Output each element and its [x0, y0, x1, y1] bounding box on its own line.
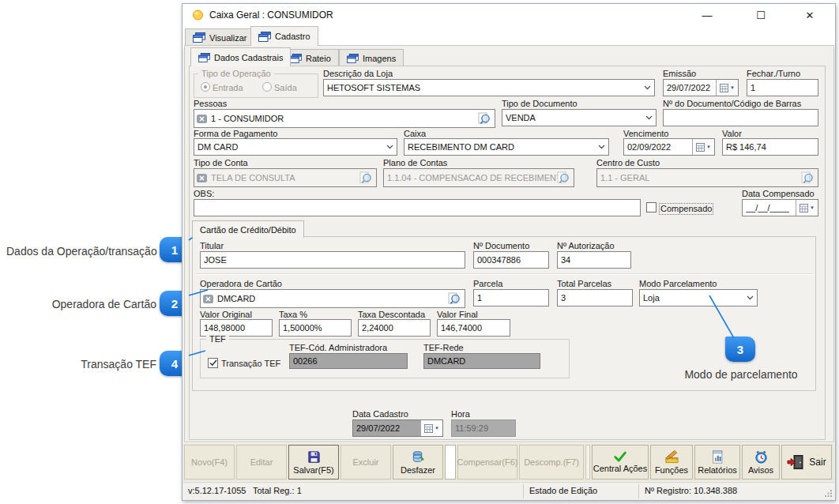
calendar-dropdown-button[interactable]: ▼ [796, 200, 818, 216]
calendar-dropdown-button[interactable]: ▼ [716, 80, 738, 96]
descomp-button[interactable]: Descomp.(F7) [519, 445, 584, 480]
plano-contas-value: 1.1.04 - COMPENSACAO DE RECEBIMENTOS EM … [387, 173, 563, 182]
centro-custo-lookup[interactable]: 1.1 - GERAL [596, 168, 818, 187]
operadora-label: Operadora de Cartão [200, 279, 282, 289]
pessoas-lookup[interactable]: 1 - CONSUMIDOR [194, 109, 495, 128]
taxa-input[interactable]: 1,50000% [279, 319, 352, 337]
operadora-lookup[interactable]: DMCARD [200, 289, 465, 308]
num-documento-input[interactable] [663, 109, 818, 126]
callout-3-badge: 3 [725, 337, 755, 362]
num-autorizacao-input[interactable]: 34 [557, 251, 631, 269]
compensado-checkbox[interactable] [646, 202, 657, 213]
status-bar: v:5.12.17-1055 Total Reg.: 1 Estado de E… [183, 482, 834, 499]
sair-button[interactable]: Sair [781, 445, 832, 480]
transacao-tef-checkbox[interactable] [208, 358, 218, 368]
minimize-button[interactable]: — [690, 4, 724, 26]
close-button[interactable]: ✕ [792, 4, 827, 26]
calendar-dropdown-button[interactable]: ▼ [692, 139, 714, 155]
funcoes-button[interactable]: Funções [650, 445, 693, 480]
tipo-conta-value: TELA DE CONSULTA [211, 173, 295, 182]
title-bar[interactable]: Caixa Geral : CONSUMIDOR — ☐ ✕ [182, 4, 835, 26]
valor-input[interactable]: R$ 146,74 [722, 138, 818, 156]
data-cadastro-label: Data Cadastro [352, 409, 408, 419]
editar-button-label: Editar [250, 457, 273, 467]
search-icon[interactable] [557, 171, 570, 185]
data-compensado-field[interactable]: __/__/____ ▼ [742, 199, 818, 216]
toolbar-spacer [445, 445, 456, 480]
centro-custo-label: Centro de Custo [596, 158, 660, 168]
search-icon[interactable] [478, 112, 491, 126]
callout-1-text: Dados da Operação/transação [6, 245, 156, 258]
num-autorizacao-label: Nº Autorização [557, 241, 615, 251]
maximize-button[interactable]: ☐ [743, 4, 778, 26]
avisos-button[interactable]: Avisos [742, 445, 780, 480]
status-estado: Estado de Edição [529, 486, 597, 495]
card-num-documento-input[interactable]: 000347886 [473, 251, 549, 269]
fechar-turno-input[interactable]: 1 [747, 79, 818, 96]
tab-dados-cadastrais[interactable]: Dados Cadastrais [190, 47, 291, 66]
tef-cod-admin-field: 00266 [289, 353, 408, 369]
resize-grip[interactable] [825, 490, 833, 498]
data-cadastro-value: 29/07/2022 [356, 423, 400, 433]
search-icon[interactable] [801, 171, 815, 185]
clear-x-icon[interactable] [196, 173, 208, 183]
saida-radio-label: Saída [274, 83, 297, 93]
saida-radio[interactable] [262, 82, 272, 92]
tab-imagens[interactable]: Imagens [339, 49, 404, 66]
desfazer-button[interactable]: Desfazer [393, 445, 443, 480]
taxa-value: 1,50000% [283, 323, 322, 333]
plano-contas-lookup[interactable]: 1.1.04 - COMPENSACAO DE RECEBIMENTOS EM … [383, 168, 574, 187]
descricao-loja-label: Descrição da Loja [323, 69, 393, 79]
taxa-descontada-input[interactable]: 2,24000 [358, 319, 431, 337]
fechar-turno-label: Fechar./Turno [747, 69, 800, 79]
novo-button[interactable]: Novo(F4) [184, 445, 235, 480]
emissao-date-field[interactable]: 29/07/2022 ▼ [663, 79, 739, 96]
tipo-documento-select[interactable]: VENDA [502, 109, 657, 126]
hora-label: Hora [451, 409, 470, 419]
salvar-button-label: Salvar(F5) [293, 465, 333, 475]
tipo-operacao-label: Tipo de Operação [198, 69, 274, 78]
calendar-dropdown-button[interactable]: ▼ [420, 420, 442, 436]
clear-x-icon[interactable] [196, 114, 208, 124]
tab-cartao-credito-debito[interactable]: Cartão de Crédito/Débito [192, 220, 304, 238]
tef-cod-admin-label: TEF-Cód. Administradora [289, 343, 387, 353]
descomp-button-label: Descomp.(F7) [524, 457, 579, 467]
valor-final-input[interactable]: 146,74000 [437, 319, 510, 337]
obs-input[interactable] [194, 199, 641, 216]
salvar-button[interactable]: Salvar(F5) [288, 445, 339, 480]
tab-visualizar[interactable]: Visualizar [185, 28, 255, 46]
central-acoes-button[interactable]: Central Ações [592, 445, 649, 480]
chevron-down-icon [596, 145, 605, 149]
plano-contas-label: Plano de Contas [383, 158, 447, 168]
entrada-radio[interactable] [201, 82, 210, 92]
chevron-down-icon [641, 85, 651, 90]
tab-cadastro[interactable]: Cadastro [250, 26, 318, 46]
search-icon[interactable] [359, 171, 373, 185]
editar-button[interactable]: Editar [236, 445, 287, 480]
compensar-button[interactable]: Compensar(F6) [457, 445, 517, 480]
app-coin-icon [192, 9, 204, 21]
emissao-label: Emissão [663, 69, 696, 79]
total-parcelas-input[interactable]: 3 [557, 289, 633, 307]
descricao-loja-select[interactable]: HETOSOFT SISTEMAS [323, 79, 655, 96]
titular-label: Titular [200, 241, 224, 251]
tipo-conta-lookup[interactable]: TELA DE CONSULTA [194, 168, 377, 187]
window-cascade-icon [198, 53, 210, 62]
tef-label: TEF [206, 334, 229, 344]
clear-x-icon[interactable] [202, 294, 214, 304]
fechar-turno-value: 1 [751, 83, 755, 92]
modo-parcelamento-select[interactable]: Loja [639, 289, 758, 307]
tab-cartao-label: Cartão de Crédito/Débito [200, 225, 296, 235]
data-cadastro-field[interactable]: 29/07/2022 ▼ [352, 419, 443, 437]
novo-button-label: Novo(F4) [191, 457, 228, 467]
caixa-select[interactable]: RECEBIMENTO DM CARD [404, 138, 609, 156]
search-icon[interactable] [448, 292, 461, 306]
compensado-label: Compensado [659, 203, 713, 215]
parcela-input[interactable]: 1 [473, 289, 549, 307]
excluir-button[interactable]: Excluir [340, 445, 391, 480]
titular-input[interactable]: JOSE [200, 251, 465, 269]
forma-pagamento-select[interactable]: DM CARD [194, 138, 397, 156]
vencimento-date-field[interactable]: 02/09/2022 ▼ [623, 138, 715, 156]
descricao-loja-value: HETOSOFT SISTEMAS [327, 83, 420, 92]
relatorios-button[interactable]: Relatórios [694, 445, 740, 480]
